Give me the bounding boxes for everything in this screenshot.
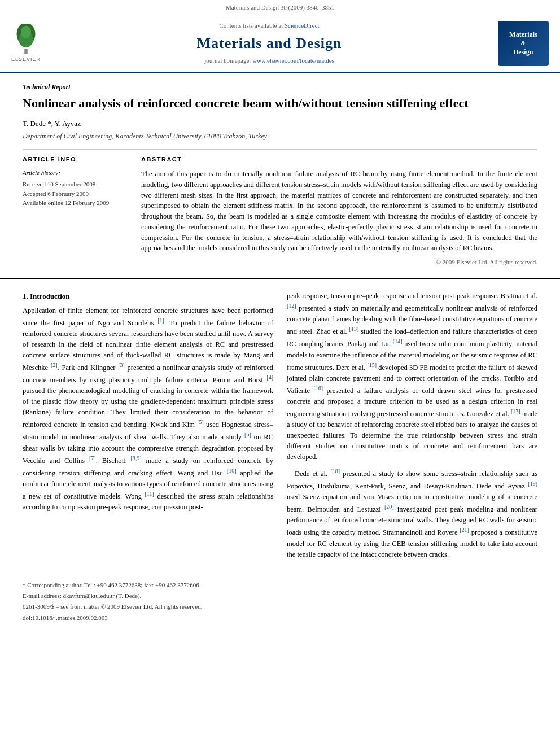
ref-12[interactable]: [12] (287, 303, 296, 309)
corresponding-author: * Corresponding author. Tel.: +90 462 37… (23, 581, 537, 590)
ref-13[interactable]: [13] (349, 326, 359, 332)
right-para-1: peak response, tension pre–peak response… (287, 291, 537, 462)
email-address: E-mail address: dkayfum@ktu.edu.tr (T. D… (23, 592, 537, 601)
svg-point-3 (21, 26, 31, 38)
intro-heading: 1. Introduction (23, 291, 273, 302)
received-date: Received 10 September 2008 (23, 180, 124, 189)
affiliation: Department of Civil Engineering, Karaden… (23, 132, 537, 141)
ref-20[interactable]: [20] (384, 504, 394, 510)
ref-18[interactable]: [18] (330, 468, 340, 474)
science-direct-link[interactable]: ScienceDirect (285, 22, 320, 29)
footnote-area: * Corresponding author. Tel.: +90 462 37… (0, 576, 560, 629)
article-info-col: ARTICLE INFO Article history: Received 1… (23, 155, 124, 267)
ref-2[interactable]: [2] (51, 362, 58, 368)
abstract-label: ABSTRACT (141, 155, 537, 164)
body-right-col: peak response, tension pre–peak response… (287, 291, 537, 565)
article-header: Technical Report Nonlinear analysis of r… (0, 73, 560, 278)
top-bar: Materials and Design 30 (2009) 3846–3851 (0, 0, 560, 15)
accepted-date: Accepted 6 February 2009 (23, 189, 124, 199)
page-wrapper: Materials and Design 30 (2009) 3846–3851… (0, 0, 560, 628)
ref-17[interactable]: [17] (511, 408, 520, 414)
ref-19[interactable]: [19] (528, 480, 537, 487)
main-body: 1. Introduction Application of finite el… (0, 278, 560, 576)
svg-rect-0 (24, 49, 28, 54)
abstract-col: ABSTRACT The aim of this paper is to do … (141, 155, 537, 267)
ref-3[interactable]: [3] (118, 362, 125, 368)
copyright-line: 0261-3069/$ – see front matter © 2009 El… (23, 602, 537, 611)
article-title: Nonlinear analysis of reinforced concret… (23, 95, 537, 112)
journal-homepage: journal homepage: www.elsevier.com/locat… (41, 56, 498, 65)
ref-14[interactable]: [14] (393, 338, 403, 344)
ref-4[interactable]: [4] (266, 374, 273, 381)
elsevier-tree-icon (12, 24, 40, 55)
body-left-col: 1. Introduction Application of finite el… (23, 291, 273, 565)
ref-1[interactable]: [1] (158, 317, 164, 324)
abstract-text: The aim of this paper is to do materiall… (141, 169, 537, 254)
ref-16[interactable]: [16] (313, 385, 323, 391)
journal-header: ELSEVIER Contents lists available at Sci… (0, 15, 560, 73)
science-direct-line: Contents lists available at ScienceDirec… (41, 21, 498, 30)
copyright-notice: © 2009 Elsevier Ltd. All rights reserved… (141, 258, 537, 267)
ref-8-9[interactable]: [8,9] (130, 455, 141, 461)
journal-logo-right: Materials & Design (498, 21, 549, 66)
body-columns: 1. Introduction Application of finite el… (23, 291, 537, 565)
ref-5[interactable]: [5] (197, 419, 204, 425)
article-info-label: ARTICLE INFO (23, 155, 124, 164)
elsevier-logo: ELSEVIER (11, 24, 41, 63)
divider (23, 149, 537, 150)
ref-7[interactable]: [7] (89, 455, 96, 461)
doi-line: doi:10.1016/j.matdes.2009.02.003 (23, 614, 537, 623)
ref-11[interactable]: [11] (145, 491, 154, 497)
intro-para-1: Application of finite element for reinfo… (23, 305, 273, 513)
header-left: ELSEVIER (11, 24, 41, 63)
history-title: Article history: (23, 169, 124, 178)
journal-title: Materials and Design (41, 33, 498, 54)
article-type: Technical Report (23, 82, 537, 92)
ref-15[interactable]: [15] (367, 362, 377, 368)
available-online-date: Available online 12 February 2009 (23, 198, 124, 208)
right-para-2: Dede et al. [18] presented a study to sh… (287, 467, 537, 560)
ref-10[interactable]: [10] (227, 468, 237, 474)
authors: T. Dede *, Y. Ayvaz (23, 119, 537, 129)
journal-citation: Materials and Design 30 (2009) 3846–3851 (226, 4, 334, 11)
homepage-url[interactable]: www.elsevier.com/locate/matdes (252, 57, 334, 64)
header-center: Contents lists available at ScienceDirec… (41, 21, 498, 65)
elsevier-name: ELSEVIER (11, 56, 41, 63)
ref-21[interactable]: [21] (460, 527, 469, 533)
article-info-abstract: ARTICLE INFO Article history: Received 1… (23, 155, 537, 267)
ref-6[interactable]: [6] (244, 431, 251, 438)
